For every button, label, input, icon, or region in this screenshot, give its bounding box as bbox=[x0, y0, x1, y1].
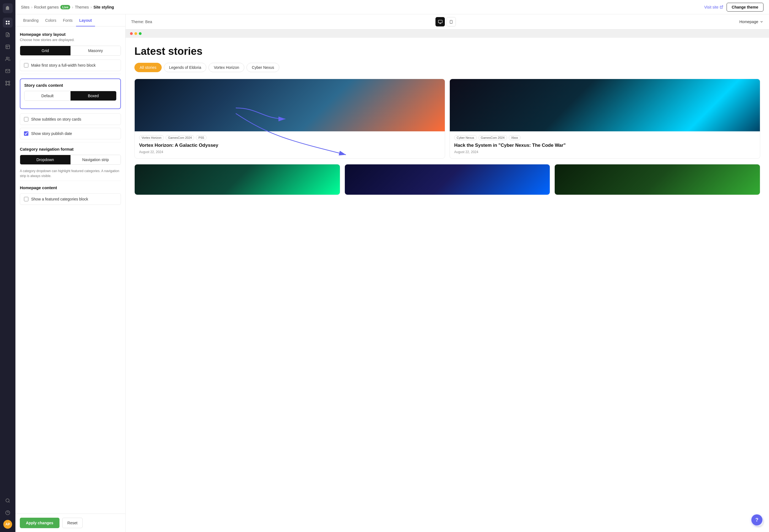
sidebar-item-integrations[interactable] bbox=[3, 78, 13, 88]
content-row: Branding Colors Fonts Layout Homepage st… bbox=[15, 14, 769, 532]
story-card-3 bbox=[134, 164, 340, 195]
divider-1 bbox=[20, 74, 121, 74]
breadcrumb: Sites › Rocket games Live › Themes › Sit… bbox=[21, 5, 114, 9]
category-pill-all[interactable]: All stories bbox=[134, 63, 162, 72]
mobile-btn[interactable] bbox=[446, 17, 456, 26]
browser-dot-green bbox=[139, 32, 142, 35]
sidebar-item-pages[interactable] bbox=[3, 42, 13, 52]
breadcrumb-sites[interactable]: Sites bbox=[21, 5, 29, 9]
show-publish-date-label: Show story publish date bbox=[31, 131, 72, 136]
homepage-layout-sub: Choose how stories are displayed. bbox=[20, 38, 121, 42]
category-dropdown-btn[interactable]: Dropdown bbox=[20, 155, 71, 164]
main-wrap: Sites › Rocket games Live › Themes › Sit… bbox=[15, 0, 769, 532]
show-featured-row[interactable]: Show a featured categories block bbox=[20, 193, 121, 205]
visit-site-label: Visit site bbox=[704, 5, 719, 9]
breadcrumb-themes[interactable]: Themes bbox=[75, 5, 89, 9]
sidebar-item-search[interactable] bbox=[3, 496, 13, 506]
story-cards-content-section: Story cards content Default Boxed bbox=[20, 78, 121, 109]
change-theme-button[interactable]: Change theme bbox=[727, 3, 763, 12]
layout-masonry-btn[interactable]: Masonry bbox=[71, 46, 121, 55]
breadcrumb-sep1: › bbox=[31, 5, 33, 9]
story-card-2-tags: Cyber Nexus GamesCom 2024 Xbox bbox=[454, 135, 756, 140]
preview-header: Theme: Bea Homepage bbox=[126, 14, 769, 29]
top-nav-right: Visit site Change theme bbox=[704, 3, 763, 12]
show-subtitles-checkbox[interactable] bbox=[24, 117, 28, 121]
category-pill-vortex[interactable]: Vortex Horizon bbox=[209, 63, 244, 72]
story-card-1-image bbox=[135, 79, 445, 131]
show-publish-date-checkbox[interactable] bbox=[24, 131, 28, 136]
apply-changes-button[interactable]: Apply changes bbox=[20, 518, 59, 528]
breadcrumb-sep2: › bbox=[72, 5, 73, 9]
svg-rect-12 bbox=[6, 84, 7, 85]
tab-colors[interactable]: Colors bbox=[42, 14, 59, 26]
svg-point-18 bbox=[6, 499, 9, 502]
homepage-story-layout-section: Homepage story layout Choose how stories… bbox=[20, 32, 121, 71]
show-publish-date-row[interactable]: Show story publish date bbox=[20, 128, 121, 139]
category-pill-cyber[interactable]: Cyber Nexus bbox=[247, 63, 279, 72]
reset-button[interactable]: Reset bbox=[62, 518, 83, 528]
visit-site-link[interactable]: Visit site bbox=[704, 5, 723, 9]
category-nav-btn-group: Dropdown Navigation strip bbox=[20, 155, 121, 165]
sidebar-item-posts[interactable] bbox=[3, 30, 13, 40]
category-navstrip-btn[interactable]: Navigation strip bbox=[71, 155, 121, 164]
sidebar-item-dashboard[interactable] bbox=[3, 18, 13, 28]
tab-branding[interactable]: Branding bbox=[20, 14, 42, 26]
divider-3 bbox=[20, 181, 121, 181]
show-featured-checkbox[interactable] bbox=[24, 197, 28, 201]
tabs-row: Branding Colors Fonts Layout bbox=[15, 14, 125, 26]
browser-dot-red bbox=[130, 32, 133, 35]
breadcrumb-rocket-games[interactable]: Rocket games bbox=[34, 5, 59, 9]
svg-rect-11 bbox=[9, 81, 10, 83]
category-pill-legends[interactable]: Legends of Eldoria bbox=[164, 63, 207, 72]
sidebar-logo[interactable] bbox=[3, 3, 13, 13]
desktop-icon bbox=[438, 20, 443, 24]
user-avatar[interactable]: AP bbox=[3, 520, 12, 529]
homepage-layout-title: Homepage story layout bbox=[20, 32, 121, 37]
story-cards-boxed-btn[interactable]: Boxed bbox=[71, 91, 117, 101]
hero-block-checkbox-row[interactable]: Make first story a full-width hero block bbox=[20, 59, 121, 71]
chevron-down-icon[interactable] bbox=[760, 20, 763, 24]
tag-gamescom-2024-2: GamesCom 2024 bbox=[478, 135, 507, 140]
ghost-icon bbox=[5, 6, 10, 11]
browser-bar bbox=[126, 29, 769, 38]
sidebar-item-help[interactable] bbox=[3, 508, 13, 518]
help-icon bbox=[5, 510, 10, 515]
story-card-2-title[interactable]: Hack the System in "Cyber Nexus: The Cod… bbox=[454, 142, 756, 148]
story-grid-bottom bbox=[134, 164, 760, 195]
story-cards-default-btn[interactable]: Default bbox=[25, 91, 71, 101]
category-nav-section: Category navigation format Dropdown Navi… bbox=[20, 147, 121, 178]
tag-cyber-nexus: Cyber Nexus bbox=[454, 135, 477, 140]
story-card-2-image bbox=[450, 79, 760, 131]
page-select-label: Homepage bbox=[739, 20, 758, 24]
hero-block-label: Make first story a full-width hero block bbox=[31, 63, 96, 67]
story-card-1-title[interactable]: Vortex Horizon: A Galactic Odyssey bbox=[139, 142, 440, 148]
layout-btn-group: Grid Masonry bbox=[20, 46, 121, 56]
hero-block-checkbox[interactable] bbox=[24, 63, 28, 67]
dashboard-icon bbox=[5, 20, 10, 25]
posts-icon bbox=[5, 32, 10, 37]
show-subtitles-row[interactable]: Show subtitles on story cards bbox=[20, 113, 121, 125]
tab-fonts[interactable]: Fonts bbox=[60, 14, 76, 26]
svg-rect-3 bbox=[8, 23, 10, 25]
tag-xbox: Xbox bbox=[509, 135, 521, 140]
layout-grid-btn[interactable]: Grid bbox=[20, 46, 71, 55]
help-button[interactable]: ? bbox=[751, 514, 762, 525]
divider-2 bbox=[20, 142, 121, 142]
preview-area: Theme: Bea Homepage bbox=[126, 14, 769, 532]
svg-line-22 bbox=[721, 6, 723, 7]
story-card-4-image bbox=[345, 164, 550, 195]
story-card-1-tags: Vortex Horizon GamesCom 2024 PS5 bbox=[139, 135, 440, 140]
desktop-btn[interactable] bbox=[435, 17, 445, 26]
svg-rect-2 bbox=[6, 23, 7, 25]
preview-scroll[interactable]: Latest stories All stories Legends of El… bbox=[126, 29, 769, 532]
story-card-4 bbox=[345, 164, 550, 195]
panel-scroll: Homepage story layout Choose how stories… bbox=[15, 26, 125, 514]
story-card-3-image bbox=[135, 164, 340, 195]
tab-layout[interactable]: Layout bbox=[76, 14, 95, 26]
external-link-icon bbox=[720, 5, 723, 9]
top-nav: Sites › Rocket games Live › Themes › Sit… bbox=[15, 0, 769, 14]
sidebar-item-mail[interactable] bbox=[3, 66, 13, 76]
help-icon-label: ? bbox=[756, 517, 759, 523]
story-cards-btn-group-wrap: Default Boxed bbox=[24, 91, 117, 101]
sidebar-item-members[interactable] bbox=[3, 54, 13, 64]
